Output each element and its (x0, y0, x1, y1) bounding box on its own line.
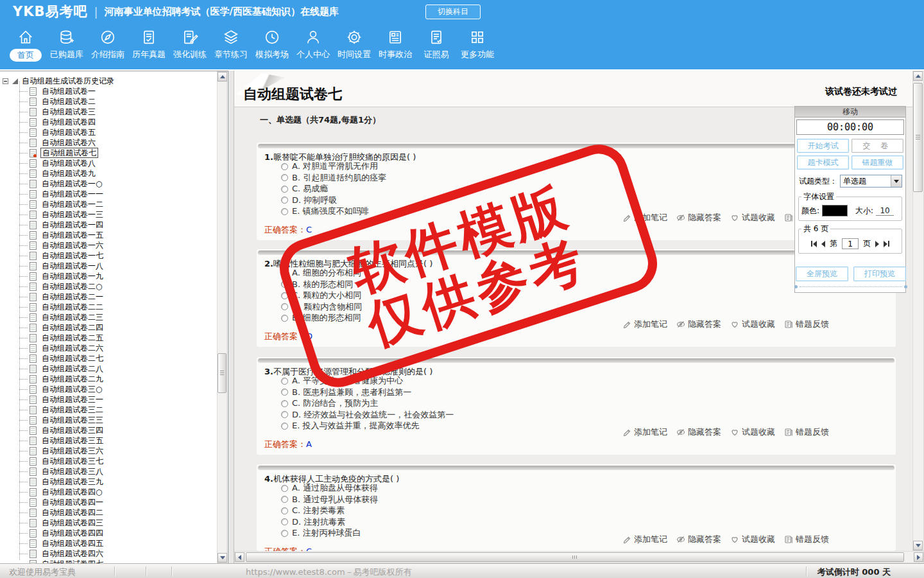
tree-item[interactable]: 自动组题试卷三六 (0, 446, 105, 456)
tree-item[interactable]: 自动组题试卷三四 (0, 425, 105, 435)
错题反馈-link[interactable]: 错题反馈 (784, 319, 829, 330)
option-radio[interactable] (281, 292, 288, 299)
tree-item[interactable]: 自动组题试卷二四 (0, 322, 105, 333)
tree-item[interactable]: 自动组题试卷三二 (0, 405, 105, 415)
tree-item[interactable]: 自动组题试卷二八 (0, 363, 105, 374)
nav-item-强化训练[interactable]: 强化训练 (169, 28, 210, 60)
panel-drag-handle[interactable]: 移动 (795, 107, 905, 118)
option-radio[interactable] (281, 315, 288, 322)
tree-item[interactable]: 自动组题试卷四四 (0, 528, 105, 538)
tree-item[interactable]: 自动组题试卷一八 (0, 261, 105, 271)
scroll-up-button[interactable] (913, 71, 923, 81)
nav-item-更多功能[interactable]: 更多功能 (457, 28, 498, 60)
tree-item[interactable]: 自动组题试卷三一 (0, 394, 105, 405)
submit-paper-button[interactable]: 交 卷 (851, 139, 903, 153)
collapse-icon[interactable] (3, 78, 8, 84)
dropdown-arrow-icon[interactable] (891, 175, 902, 187)
tree-item[interactable]: 自动组题试卷四三 (0, 518, 105, 528)
first-page-button[interactable] (811, 241, 817, 247)
tree-item[interactable]: 自动组题试卷四六 (0, 548, 105, 559)
tree-item[interactable]: 自动组题试卷三○ (0, 384, 103, 394)
错题反馈-link[interactable]: 错题反馈 (784, 426, 829, 438)
tree-item[interactable]: 自动组题试卷四五 (0, 538, 105, 548)
tree-item[interactable]: 自动组题试卷一五 (0, 230, 105, 240)
option-radio[interactable] (281, 389, 288, 396)
option-radio[interactable] (281, 485, 288, 492)
redo-wrong-button[interactable]: 错题重做 (851, 155, 903, 170)
tree-item[interactable]: 自动组题试卷四○ (0, 487, 103, 497)
tree-item[interactable]: 自动组题试卷三八 (0, 466, 105, 477)
scrollbar-thumb[interactable] (218, 353, 227, 393)
switch-subject-button[interactable]: 切换科目 (425, 4, 481, 19)
scroll-left-button[interactable] (235, 552, 244, 562)
添加笔记-link[interactable]: 添加笔记 (622, 212, 667, 223)
sidebar-splitter[interactable] (228, 71, 234, 564)
nav-item-已购题库[interactable]: 已购题库 (46, 28, 87, 60)
next-page-button[interactable] (875, 241, 879, 247)
tree-item[interactable]: 自动组题试卷一六 (0, 240, 105, 250)
tree-item[interactable]: 自动组题试卷二五 (0, 333, 105, 343)
option-radio[interactable] (281, 163, 288, 170)
tree-item[interactable]: 自动组题试卷一一 (0, 189, 105, 199)
tree-item[interactable]: 自动组题试卷二三 (0, 312, 105, 322)
print-preview-button[interactable]: 打印预览 (853, 267, 906, 281)
tree-item[interactable]: 自动组题试卷八 (0, 158, 97, 168)
option-radio[interactable] (281, 208, 288, 215)
tree-item[interactable]: 自动组题试卷一三 (0, 209, 105, 220)
scrollbar-thumb[interactable] (246, 552, 904, 562)
option-radio[interactable] (281, 303, 288, 310)
main-horizontal-scrollbar[interactable] (234, 551, 924, 563)
nav-item-个人中心[interactable]: 个人中心 (293, 28, 334, 60)
option-radio[interactable] (281, 174, 288, 181)
option-radio[interactable] (281, 507, 288, 514)
tree-item[interactable]: 自动组题试卷二二 (0, 302, 105, 312)
添加笔记-link[interactable]: 添加笔记 (622, 426, 667, 438)
tree-item[interactable]: 自动组题试卷三九 (0, 477, 105, 487)
tree-root-node[interactable]: 自动组题生成试卷历史记录 (3, 76, 114, 86)
panel-resize-handle[interactable] (800, 286, 902, 287)
tree-item[interactable]: 自动组题试卷二一 (0, 292, 105, 302)
option-radio[interactable] (281, 518, 288, 525)
nav-item-证照易[interactable]: 证照易 (416, 28, 457, 60)
option-radio[interactable] (281, 186, 288, 193)
scroll-down-button[interactable] (218, 553, 227, 563)
试题收藏-link[interactable]: 试题收藏 (730, 212, 775, 223)
prev-page-button[interactable] (821, 241, 825, 247)
fullscreen-preview-button[interactable]: 全屏预览 (796, 267, 848, 281)
tree-item[interactable]: 自动组题试卷一九 (0, 271, 105, 281)
tree-item[interactable]: 自动组题试卷三七 (0, 456, 105, 466)
tree-item[interactable]: 自动组题试卷七 (0, 148, 98, 158)
question-type-select[interactable]: 单选题 (840, 175, 902, 188)
tree-item[interactable]: 自动组题试卷一四 (0, 220, 105, 230)
tree-item[interactable]: 自动组题试卷四一 (0, 497, 105, 507)
隐藏答案-link[interactable]: 隐藏答案 (676, 534, 721, 545)
tree-item[interactable]: 自动组题试卷四 (0, 117, 97, 127)
nav-item-时事政治[interactable]: 时事政治 (375, 28, 416, 60)
nav-item-章节练习[interactable]: 章节练习 (210, 28, 252, 60)
scrollbar-thumb[interactable] (913, 83, 923, 192)
试题收藏-link[interactable]: 试题收藏 (730, 426, 775, 438)
option-radio[interactable] (281, 496, 288, 503)
错题反馈-link[interactable]: 错题反馈 (784, 534, 829, 545)
nav-item-模拟考场[interactable]: 模拟考场 (252, 28, 293, 60)
option-radio[interactable] (281, 281, 288, 288)
nav-item-首页[interactable]: 首页 (5, 28, 46, 62)
answer-card-mode-button[interactable]: 题卡模式 (797, 155, 849, 170)
tree-item[interactable]: 自动组题试卷二九 (0, 374, 105, 384)
tree-item[interactable]: 自动组题试卷二○ (0, 281, 103, 292)
scroll-up-button[interactable] (218, 72, 227, 82)
tree-item[interactable]: 自动组题试卷九 (0, 168, 97, 179)
试题收藏-link[interactable]: 试题收藏 (730, 534, 775, 545)
tree-item[interactable]: 自动组题试卷一○ (0, 179, 103, 189)
tree-item[interactable]: 自动组题试卷六 (0, 137, 97, 148)
font-size-input[interactable]: 10 (876, 206, 894, 216)
start-exam-button[interactable]: 开始考试 (797, 139, 849, 153)
tree-item[interactable]: 自动组题试卷四二 (0, 507, 105, 518)
tree-item[interactable]: 自动组题试卷三五 (0, 435, 105, 446)
option-radio[interactable] (281, 530, 288, 537)
nav-item-介绍指南[interactable]: 介绍指南 (87, 28, 128, 60)
page-number-input[interactable]: 1 (842, 238, 859, 249)
nav-item-时间设置[interactable]: 时间设置 (334, 28, 375, 60)
last-page-button[interactable] (884, 241, 889, 247)
隐藏答案-link[interactable]: 隐藏答案 (676, 426, 721, 438)
